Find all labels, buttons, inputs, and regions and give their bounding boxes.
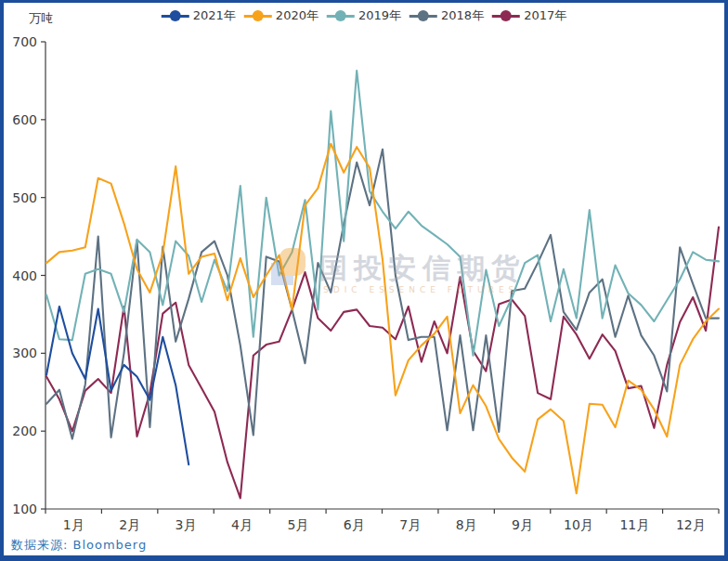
x-month-label: 6月	[344, 517, 365, 532]
data-source-label: 数据来源: Bloomberg	[11, 537, 147, 554]
x-month-label: 4月	[231, 517, 253, 532]
x-month-label: 12月	[676, 517, 706, 532]
x-month-label: 8月	[456, 517, 477, 532]
y-tick-label: 700	[12, 34, 37, 49]
y-tick-label: 300	[12, 346, 37, 360]
x-month-label: 10月	[564, 517, 593, 532]
x-month-label: 2月	[119, 517, 140, 532]
series-line-2019[interactable]	[46, 71, 719, 356]
y-tick-label: 100	[12, 502, 37, 516]
y-tick-label: 400	[12, 268, 37, 283]
line-chart: 1002003004005006007001月2月3月4月5月6月7月8月9月1…	[4, 3, 728, 561]
x-month-label: 1月	[63, 517, 84, 532]
series-line-2021[interactable]	[46, 307, 188, 464]
series-line-2020[interactable]	[46, 144, 719, 493]
x-month-label: 11月	[619, 517, 649, 532]
x-month-label: 9月	[512, 517, 533, 532]
y-tick-label: 600	[12, 112, 37, 127]
x-month-label: 7月	[399, 517, 421, 532]
x-month-label: 5月	[287, 517, 308, 532]
y-tick-label: 500	[12, 190, 37, 205]
y-tick-label: 200	[12, 424, 37, 438]
chart-page: 万吨 2021年2020年2019年2018年2017年 10020030040…	[0, 0, 728, 561]
x-month-label: 3月	[176, 517, 197, 532]
